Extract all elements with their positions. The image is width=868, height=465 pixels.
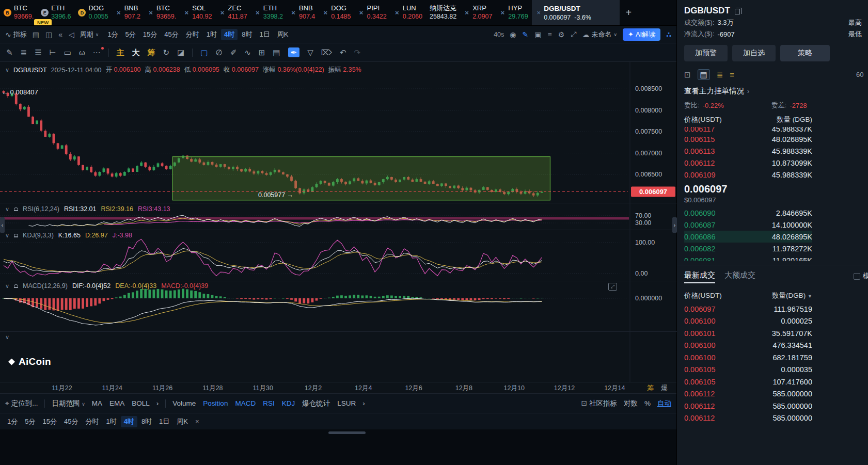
ticker-tab[interactable]: ×BTC93659. — [144, 0, 180, 25]
rewind-icon[interactable]: « — [58, 30, 62, 39]
orderbook-mode-icon[interactable]: ▤ — [698, 69, 710, 80]
undo-icon[interactable]: ↶ — [340, 49, 346, 56]
timeframe-chip[interactable]: 1分 — [4, 416, 21, 427]
date-axis[interactable]: 11月2211月2411月2611月2811月3012月212月412月612月… — [0, 382, 676, 393]
close-tab-icon[interactable]: × — [537, 9, 541, 17]
draw-pencil-icon[interactable]: ✎ — [523, 30, 529, 39]
main-chart-label[interactable]: 主 — [117, 49, 124, 56]
collapse-bottom-icon[interactable]: ∨ — [5, 334, 9, 341]
ticker-tab[interactable]: ×BNB907.4 — [287, 0, 319, 25]
indicator-toggle[interactable]: RSI — [263, 399, 275, 407]
ticker-tab[interactable]: ×ETH3398.2 — [251, 0, 287, 25]
ticker-tab[interactable]: ×ZEC411.87 — [215, 0, 250, 25]
trade-row[interactable]: 0.006097111.967519 — [684, 303, 812, 315]
indicator-toggle[interactable]: LSUR — [337, 399, 356, 407]
bid-row[interactable]: 0.0060902.846695K — [684, 207, 812, 219]
collapse-kdj-icon[interactable]: ∨ — [5, 232, 9, 239]
collapse-rsi-icon[interactable]: ∨ — [5, 206, 9, 213]
timeframe-chip[interactable]: 4时 — [121, 416, 137, 427]
fullscreen-icon[interactable]: ⤢ — [571, 30, 576, 39]
period-dropdown[interactable]: 周期∨ — [80, 30, 99, 39]
share-icon[interactable]: ∴ — [666, 30, 671, 39]
ticker-tab[interactable]: BBTC93669. — [0, 0, 37, 25]
trade-row[interactable]: 0.006112585.000000 — [684, 400, 812, 412]
ask-row[interactable]: 0.00611210.873099K — [684, 157, 812, 169]
ray-icon[interactable]: ⊢ — [50, 49, 56, 56]
timeframe-chip[interactable]: 45分 — [61, 416, 81, 427]
refresh-icon[interactable]: ↻ — [163, 49, 170, 56]
alert-macd-icon[interactable] — [14, 284, 18, 288]
depth-layout-icon[interactable]: ⊡ — [684, 71, 691, 78]
bid-row[interactable]: 0.00608714.100000K — [684, 219, 812, 231]
indicator-button[interactable]: ∿ 指标 — [5, 30, 27, 39]
main-orders-link[interactable]: 查看主力挂单情况› — [677, 84, 868, 99]
collapse-main-icon[interactable]: ∨ — [5, 67, 9, 73]
trade-row[interactable]: 0.006105107.417600 — [684, 376, 812, 388]
sound-icon[interactable]: ◁ — [69, 30, 74, 39]
overlay-ema[interactable]: EMA — [109, 399, 124, 407]
camera-icon[interactable]: ◉ — [510, 30, 516, 39]
depth-list-icon[interactable]: ≣ — [717, 71, 723, 78]
trade-row[interactable]: 0.0061000.000025 — [684, 315, 812, 328]
more-tools-icon[interactable]: ⋯ — [93, 49, 101, 56]
ticker-tab[interactable]: 纳斯达克25843.82 — [426, 0, 460, 25]
trade-row[interactable]: 0.006112585.000000 — [684, 388, 812, 400]
measure-icon[interactable]: ∅ — [216, 49, 223, 56]
timeframe-chip[interactable]: 45分 — [161, 29, 181, 40]
indicator-toggle[interactable]: Position — [203, 399, 228, 407]
trade-row[interactable]: 0.0061050.000035 — [684, 364, 812, 376]
brush-icon[interactable]: ✒ — [288, 47, 300, 57]
large-label[interactable]: 大 — [132, 49, 140, 56]
timeframe-chip[interactable]: 1日 — [256, 29, 273, 40]
tab-large-trades[interactable]: 大额成交 — [724, 270, 755, 283]
note-icon[interactable]: ▤ — [273, 49, 280, 56]
axis-chip-toggle[interactable]: 爆 — [661, 383, 668, 393]
bid-row[interactable]: 0.00608648.026895K — [684, 231, 812, 243]
timeframe-chip[interactable]: 8时 — [138, 416, 155, 427]
trade-row[interactable]: 0.006112585.000000 — [684, 412, 812, 425]
ask-row[interactable]: 0.00611548.026895K — [684, 133, 812, 145]
horizontal-scrollbar[interactable] — [328, 431, 366, 434]
candle-style-icon[interactable]: ◫ — [45, 30, 52, 39]
list-icon[interactable]: ≡ — [548, 30, 552, 39]
add-tab-button[interactable]: + — [620, 0, 638, 25]
overlay-ma[interactable]: MA — [92, 399, 102, 407]
redo-icon[interactable]: ↷ — [354, 49, 360, 56]
settings-icon[interactable]: ⚙ — [558, 30, 565, 39]
locate-button[interactable]: ⌖ 定位到... — [5, 399, 38, 408]
ticker-tab[interactable]: ×HYP29.769 — [496, 0, 531, 25]
ai-analysis-button[interactable]: ✦ AI解读 — [623, 28, 660, 41]
eraser-icon[interactable]: ◪ — [177, 49, 184, 56]
timeframe-chip[interactable]: 1时 — [203, 29, 220, 40]
ask-row[interactable]: 0.00611745.988337K — [684, 127, 812, 133]
indicator-toggle[interactable]: Volume — [172, 399, 196, 407]
rect-icon[interactable]: ▭ — [64, 49, 71, 56]
indicator-toggle[interactable]: MACD — [235, 399, 256, 407]
ask-row[interactable]: 0.00610945.988339K — [684, 169, 812, 181]
timeframe-chip[interactable]: 1时 — [103, 416, 119, 427]
active-symbol-tab[interactable]: × DGB/USDT 0.006097 -3.6% — [532, 0, 620, 25]
trade-row[interactable]: 0.00610135.591707K — [684, 327, 812, 340]
select-box-icon[interactable]: ▢ — [200, 49, 208, 56]
indicator-toggle[interactable]: 爆仓统计 — [302, 399, 330, 408]
trade-row[interactable]: 0.006100476.334541 — [684, 340, 812, 352]
timeframe-chip[interactable]: 分时 — [82, 416, 102, 427]
collapse-macd-icon[interactable]: ∨ — [5, 283, 9, 290]
depth-bars-icon[interactable]: ≡ — [730, 71, 734, 78]
alert-rsi-icon[interactable] — [14, 207, 18, 211]
timeframe-chip[interactable]: 1日 — [156, 416, 172, 427]
pattern-icon[interactable]: ∿ — [244, 49, 251, 56]
ticker-tab[interactable]: ×XRP2.0907 — [460, 0, 496, 25]
popout-icon[interactable]: ▣ — [534, 30, 541, 39]
timeframe-chip[interactable]: 周K — [274, 29, 292, 40]
ticker-tab[interactable]: ×DOG0.1485 — [319, 0, 354, 25]
ticker-tab[interactable]: ×SOL140.92 — [180, 0, 215, 25]
percent-scale-toggle[interactable]: % — [644, 399, 651, 407]
wave-icon[interactable]: ω — [79, 49, 85, 56]
ticker-tab[interactable]: ×LUN0.2060 — [390, 0, 426, 25]
bid-row[interactable]: 0.00608111.920165K — [684, 254, 812, 261]
ticker-tab[interactable]: ×PIPI0.3422 — [355, 0, 390, 25]
annotate-icon[interactable]: ✐ — [230, 49, 237, 56]
sidebar-action-button[interactable]: 加自选 — [732, 45, 776, 61]
ticker-tab[interactable]: DDOG0.0055 — [74, 0, 112, 25]
